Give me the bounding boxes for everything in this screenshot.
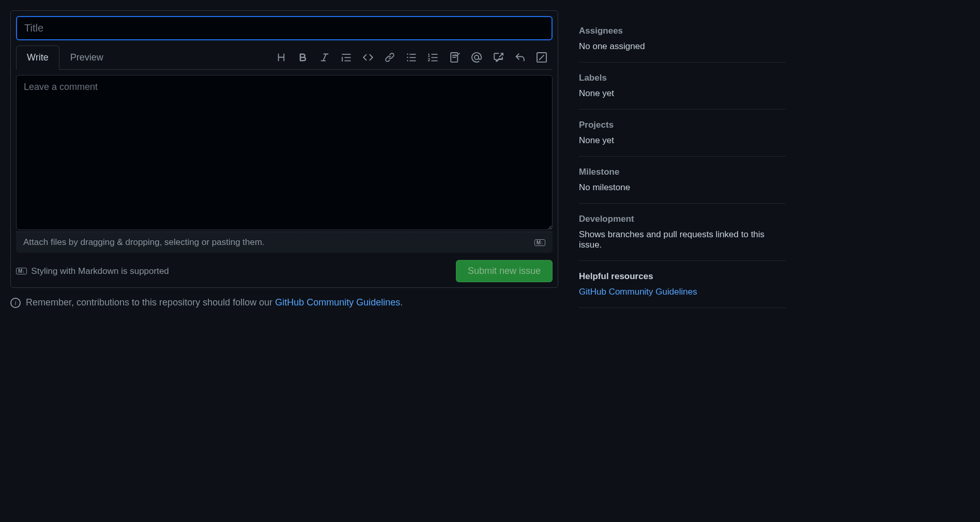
resources-link[interactable]: GitHub Community Guidelines — [579, 287, 697, 297]
task-list-icon[interactable] — [449, 52, 461, 63]
guidelines-suffix: . — [400, 297, 403, 308]
mention-icon[interactable] — [471, 52, 482, 63]
editor-tabs-row: Write Preview — [16, 45, 553, 70]
issue-form: Write Preview — [10, 10, 558, 288]
quote-icon[interactable] — [341, 52, 352, 63]
code-icon[interactable] — [362, 52, 374, 63]
submit-new-issue-button[interactable]: Submit new issue — [456, 260, 553, 282]
projects-value: None yet — [579, 135, 786, 146]
bold-icon[interactable] — [297, 52, 309, 63]
reply-icon[interactable] — [514, 52, 526, 63]
development-header: Development — [579, 214, 786, 224]
cross-reference-icon[interactable] — [493, 52, 504, 63]
italic-icon[interactable] — [319, 52, 330, 63]
sidebar-development: Development Shows branches and pull requ… — [579, 214, 786, 261]
milestone-value: No milestone — [579, 182, 786, 193]
resources-header: Helpful resources — [579, 271, 786, 282]
tab-write[interactable]: Write — [16, 45, 59, 70]
heading-icon[interactable] — [275, 52, 287, 63]
projects-header: Projects — [579, 120, 786, 130]
sidebar-assignees[interactable]: Assignees No one assigned — [579, 26, 786, 63]
milestone-header: Milestone — [579, 167, 786, 177]
sidebar-milestone[interactable]: Milestone No milestone — [579, 167, 786, 204]
markdown-toolbar — [275, 52, 553, 63]
markdown-support-text: Styling with Markdown is supported — [31, 266, 169, 277]
diff-icon[interactable] — [536, 52, 547, 63]
assignees-header: Assignees — [579, 26, 786, 36]
form-footer: M↓ Styling with Markdown is supported Su… — [16, 260, 553, 282]
sidebar: Assignees No one assigned Labels None ye… — [579, 10, 786, 318]
community-guidelines-link[interactable]: GitHub Community Guidelines — [275, 297, 400, 308]
ordered-list-icon[interactable] — [427, 52, 439, 63]
markdown-icon: M↓ — [534, 239, 545, 246]
labels-value: None yet — [579, 88, 786, 99]
labels-header: Labels — [579, 73, 786, 83]
sidebar-projects[interactable]: Projects None yet — [579, 120, 786, 157]
sidebar-labels[interactable]: Labels None yet — [579, 73, 786, 110]
unordered-list-icon[interactable] — [406, 52, 417, 63]
tab-preview[interactable]: Preview — [59, 45, 114, 69]
editor-tabs: Write Preview — [16, 45, 114, 69]
link-icon[interactable] — [384, 52, 395, 63]
guidelines-notice: i Remember, contributions to this reposi… — [10, 297, 558, 308]
markdown-icon: M↓ — [16, 268, 27, 274]
markdown-support-link[interactable]: M↓ Styling with Markdown is supported — [16, 266, 169, 277]
info-icon: i — [10, 298, 21, 308]
development-value: Shows branches and pull requests linked … — [579, 229, 786, 250]
comment-body-wrap: Attach files by dragging & dropping, sel… — [16, 75, 553, 253]
attach-hint-text: Attach files by dragging & dropping, sel… — [23, 237, 265, 248]
guidelines-prefix: Remember, contributions to this reposito… — [26, 297, 275, 308]
sidebar-resources: Helpful resources GitHub Community Guide… — [579, 271, 786, 308]
attach-files-bar[interactable]: Attach files by dragging & dropping, sel… — [16, 232, 553, 253]
comment-textarea[interactable] — [16, 75, 553, 230]
title-input[interactable] — [16, 16, 553, 40]
assignees-value: No one assigned — [579, 41, 786, 52]
